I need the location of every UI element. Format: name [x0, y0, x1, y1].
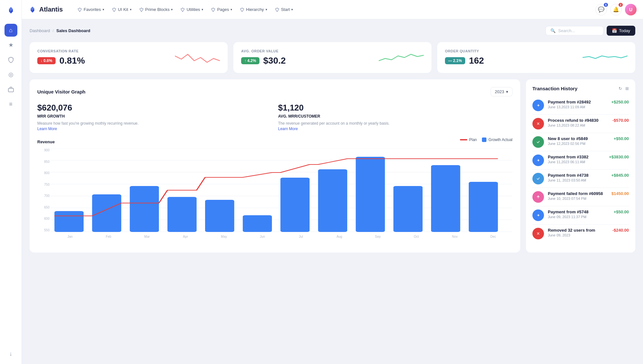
avg-learn-more-link[interactable]: Learn More [278, 127, 298, 131]
sidebar-list-icon[interactable]: ≡ [5, 98, 17, 111]
tx-actions: ↻ ⊞ [619, 86, 629, 91]
refresh-icon[interactable]: ↻ [619, 86, 622, 91]
tx-amount-1: -$570.00 [612, 118, 629, 123]
user-avatar[interactable]: U [625, 4, 637, 15]
tx-amount-6: +$50.00 [614, 209, 629, 214]
tx-header: Transaction History ↻ ⊞ [532, 86, 629, 91]
x-label-jul: Jul [282, 235, 320, 238]
bar-jun[interactable] [243, 215, 272, 232]
lower-section: Unique Visitor Graph 2023 ▾ $620,076 MRR… [30, 79, 635, 253]
x-label-oct: Oct [397, 235, 436, 238]
bar-nov[interactable] [431, 165, 460, 232]
tx-name-1: Process refund to #94830 [548, 118, 609, 123]
nav-start[interactable]: Start ▾ [272, 5, 296, 14]
transaction-history-card: Transaction History ↻ ⊞ Payment from #28… [526, 79, 635, 253]
search-bar[interactable]: 🔍 Search... [546, 26, 603, 35]
sidebar-star-icon[interactable]: ★ [5, 39, 17, 51]
chat-button[interactable]: 💬 5 [595, 4, 607, 15]
bar-feb[interactable] [92, 194, 121, 232]
nav-pages[interactable]: Pages ▾ [208, 5, 235, 14]
sidebar-home-icon[interactable]: ⌂ [5, 24, 17, 37]
tx-avatar-5 [532, 191, 544, 203]
bar-mar[interactable] [130, 186, 159, 232]
stat-mini-chart-0 [175, 49, 220, 66]
sidebar-briefcase-icon[interactable] [5, 83, 17, 96]
nav-hierarchy-icon [240, 7, 244, 12]
bar-dec[interactable] [469, 182, 498, 232]
brand-logo-icon [28, 5, 37, 14]
nav-hierarchy[interactable]: Hierarchy ▾ [237, 5, 270, 14]
year-select[interactable]: 2023 ▾ [491, 87, 512, 96]
sidebar-download-icon[interactable]: ↓ [5, 347, 17, 360]
nav-uikit[interactable]: UI Kit ▾ [109, 5, 135, 14]
tx-date-0: June 13,2023 11:09 AM [548, 105, 607, 109]
tx-info-2: New 8 user to #5849 June 12,2023 02:56 P… [548, 136, 610, 146]
x-label-sep: Sep [358, 235, 397, 238]
bar-aug[interactable] [318, 169, 347, 232]
chat-badge: 5 [604, 3, 608, 7]
y-label-700: 700 [37, 194, 50, 198]
bar-oct[interactable] [394, 186, 423, 232]
bar-jan[interactable] [54, 211, 84, 232]
mrr-learn-more-link[interactable]: Learn More [37, 127, 57, 131]
nav-right: 💬 5 🔔 2 U [595, 4, 637, 15]
nav-prime-blocks[interactable]: Prime Blocks ▾ [136, 5, 176, 14]
brand-icon[interactable] [5, 4, 17, 17]
tx-avatar-3 [532, 155, 544, 166]
tx-icon-6 [535, 212, 541, 218]
notifications-badge: 2 [619, 3, 623, 7]
tx-name-5: Payment failed form #60958 [548, 191, 608, 196]
content-area: Dashboard / Sales Dashboard 🔍 Search... … [22, 19, 643, 364]
tx-amount-5: $1450.00 [611, 191, 629, 196]
stat-badge-1: ↑ 4.2% [241, 57, 259, 64]
tx-date-3: June 11,2023 06:11 AM [548, 160, 605, 164]
x-label-aug: Aug [320, 235, 359, 238]
y-label-550: 550 [37, 228, 50, 232]
chart-svg [51, 148, 512, 232]
stat-info-2: ORDER QUANTITY — 2.1% 162 [445, 49, 484, 66]
tx-name-4: Payment from #4738 [548, 173, 607, 178]
bar-may[interactable] [205, 200, 234, 232]
tx-name-0: Payment from #28492 [548, 100, 607, 104]
sidebar-shield-icon[interactable] [5, 53, 17, 66]
tx-amount-3: +$3830.00 [609, 155, 629, 159]
hierarchy-chevron-icon: ▾ [266, 8, 267, 11]
nav-uikit-icon [112, 7, 116, 12]
x-label-nov: Nov [436, 235, 474, 238]
bar-sep[interactable] [356, 157, 385, 232]
tx-icon-3 [535, 157, 541, 163]
breadcrumb-current: Sales Dashboard [56, 28, 90, 33]
brand-name: Atlantis [28, 5, 63, 14]
utilities-chevron-icon: ▾ [202, 8, 203, 11]
nav-start-icon [275, 7, 279, 12]
stat-info-0: CONVERSATION RATE ↓ 0.6% 0.81% [37, 49, 85, 66]
stat-badge-0: ↓ 0.6% [37, 57, 56, 64]
stat-label-2: ORDER QUANTITY [445, 49, 484, 53]
stat-value-2: 162 [469, 56, 484, 66]
nav-favorites-icon [77, 7, 82, 12]
mrr-label: MRR GROWTH [37, 114, 272, 119]
bar-apr[interactable] [168, 197, 197, 232]
notifications-button[interactable]: 🔔 2 [610, 4, 622, 15]
mrr-desc: Measure how fast you're growing mothly r… [37, 120, 272, 126]
search-placeholder: Search... [558, 28, 575, 33]
breadcrumb-row: Dashboard / Sales Dashboard 🔍 Search... … [30, 26, 635, 36]
plan-legend-icon [460, 139, 467, 140]
filter-icon[interactable]: ⊞ [625, 86, 629, 91]
tx-avatar-0 [532, 100, 544, 111]
stat-card-0: CONVERSATION RATE ↓ 0.6% 0.81% [30, 42, 228, 73]
stat-info-1: AVG. ORDER VALUE ↑ 4.2% $30.2 [241, 49, 286, 66]
main-wrapper: Atlantis Favorites ▾ UI Kit ▾ Prime Bloc… [22, 0, 643, 364]
x-labels: Jan Feb Mar Apr May Jun Jul Aug Sep Oct … [51, 235, 512, 238]
tx-amount-0: +$250.00 [611, 100, 629, 104]
stat-value-1: $30.2 [263, 56, 286, 66]
bar-jul[interactable] [280, 178, 310, 232]
tx-amount-2: +$50.00 [614, 136, 629, 141]
legend-growth-actual: Growth Actual [482, 138, 512, 142]
today-button[interactable]: 📅 Today [607, 26, 635, 36]
sidebar-compass-icon[interactable]: ◎ [5, 68, 17, 81]
x-label-may: May [205, 235, 243, 238]
x-label-jan: Jan [51, 235, 89, 238]
nav-utilities[interactable]: Utilities ▾ [177, 5, 206, 14]
nav-favorites[interactable]: Favorites ▾ [74, 5, 107, 14]
